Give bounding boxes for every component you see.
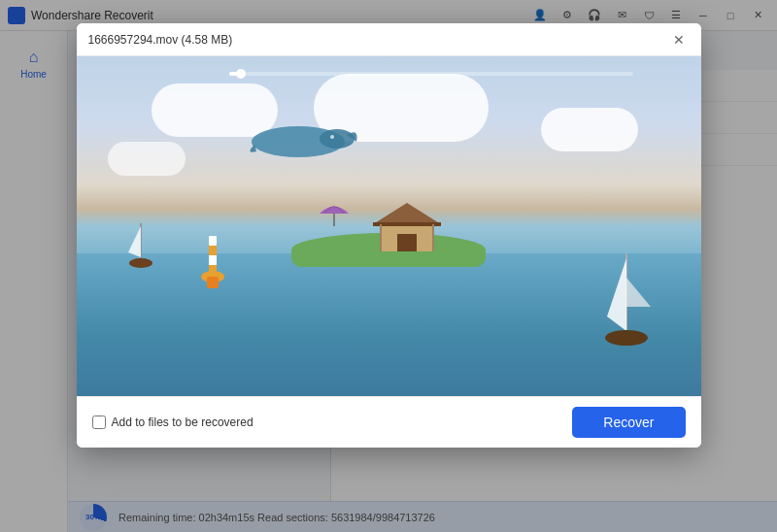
svg-marker-10 <box>128 226 141 257</box>
svg-point-11 <box>129 258 152 268</box>
umbrella-image <box>320 199 349 226</box>
svg-point-2 <box>330 135 334 139</box>
modal-footer: Add to files to be recovered Recover <box>77 396 701 448</box>
svg-rect-6 <box>373 222 441 226</box>
cloud-3 <box>541 108 638 151</box>
svg-rect-5 <box>397 234 417 251</box>
modal-close-button[interactable]: ✕ <box>668 29 690 50</box>
buoy-lighthouse <box>201 236 224 294</box>
video-preview-area: ⏮ ⏸ ▶ 00:00:01 00:00:02 <box>77 56 701 396</box>
svg-point-15 <box>605 330 648 346</box>
modal-overlay: 1666957294.mov (4.58 MB) ✕ <box>0 0 777 532</box>
recover-button[interactable]: Recover <box>572 407 685 438</box>
sailboat-left <box>126 218 155 267</box>
svg-marker-13 <box>607 258 626 331</box>
video-progress-bar[interactable] <box>229 72 633 76</box>
svg-rect-18 <box>209 255 217 265</box>
add-to-recover-label: Add to files to be recovered <box>112 416 253 429</box>
svg-rect-20 <box>207 277 219 288</box>
svg-marker-4 <box>373 203 441 224</box>
preview-modal: 1666957294.mov (4.58 MB) ✕ <box>77 23 701 448</box>
sailboat-right <box>602 249 651 346</box>
cloud-4 <box>108 142 186 176</box>
progress-knob[interactable] <box>236 69 246 79</box>
whale-image <box>245 117 361 161</box>
modal-titlebar: 1666957294.mov (4.58 MB) ✕ <box>77 23 701 56</box>
svg-marker-14 <box>626 278 651 307</box>
svg-point-1 <box>320 129 355 149</box>
hut-building <box>373 203 441 247</box>
add-to-recover-checkbox[interactable] <box>92 416 106 429</box>
modal-title: 1666957294.mov (4.58 MB) <box>88 33 668 47</box>
add-to-recover-checkbox-label[interactable]: Add to files to be recovered <box>92 416 253 429</box>
svg-rect-17 <box>209 236 217 246</box>
